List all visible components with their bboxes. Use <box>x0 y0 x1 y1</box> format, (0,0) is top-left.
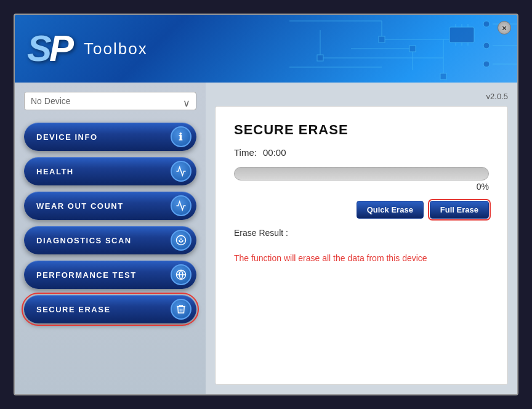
sidebar: No Device DEVICE INFO ℹ HEALTH WEAR OUT … <box>15 83 206 394</box>
app-window: SP Toolbox × No Device DEVICE INFO ℹ HEA… <box>14 14 518 395</box>
logo-s: S <box>27 28 49 69</box>
nav-btn-health-label: HEALTH <box>36 167 74 176</box>
full-erase-button[interactable]: Full Erase <box>430 201 489 219</box>
time-label: Time: <box>234 147 257 158</box>
progress-bar-track <box>234 167 489 180</box>
logo: SP <box>27 30 71 67</box>
progress-percent: 0% <box>234 182 489 192</box>
device-select[interactable]: No Device <box>24 92 196 110</box>
secure-erase-icon <box>171 299 191 320</box>
main-content: v2.0.5 SECURE ERASE Time: 00:00 0% Quick… <box>206 83 517 394</box>
nav-btn-performance-test-label: PERFORMANCE TEST <box>36 270 137 280</box>
health-icon <box>171 161 191 182</box>
diagnostics-icon <box>171 230 191 251</box>
nav-btn-wear-out-count[interactable]: WEAR OUT COUNT <box>24 192 196 220</box>
erase-buttons-row: Quick Erase Full Erase <box>234 201 489 219</box>
toolbox-label: Toolbox <box>84 39 148 59</box>
content-panel: SECURE ERASE Time: 00:00 0% Quick Erase … <box>215 106 508 385</box>
logo-p: P <box>49 28 71 69</box>
time-row: Time: 00:00 <box>234 147 489 158</box>
close-button[interactable]: × <box>498 21 511 34</box>
nav-btn-secure-erase-label: SECURE ERASE <box>36 305 111 314</box>
nav-btn-secure-erase[interactable]: SECURE ERASE <box>24 295 196 323</box>
nav-btn-device-info-label: DEVICE INFO <box>36 132 98 142</box>
performance-icon <box>171 264 191 285</box>
warning-text: The function will erase all the data fro… <box>234 253 489 263</box>
nav-btn-performance-test[interactable]: PERFORMANCE TEST <box>24 261 196 289</box>
version-label: v2.0.5 <box>215 92 508 101</box>
panel-title: SECURE ERASE <box>234 122 489 138</box>
nav-btn-health[interactable]: HEALTH <box>24 157 196 185</box>
nav-btn-diagnostics-scan-label: DIAGNOSTICS SCAN <box>36 236 132 245</box>
device-info-icon: ℹ <box>171 126 191 147</box>
progress-bar-wrapper: 0% <box>234 167 489 192</box>
nav-btn-device-info[interactable]: DEVICE INFO ℹ <box>24 123 196 151</box>
nav-btn-wear-out-count-label: WEAR OUT COUNT <box>36 201 124 211</box>
erase-result: Erase Result : <box>234 228 489 238</box>
device-select-wrapper[interactable]: No Device <box>24 92 196 113</box>
wear-out-icon <box>171 195 191 216</box>
nav-btn-diagnostics-scan[interactable]: DIAGNOSTICS SCAN <box>24 226 196 254</box>
header: SP Toolbox × <box>15 15 517 83</box>
header-content: SP Toolbox <box>15 15 517 83</box>
body: No Device DEVICE INFO ℹ HEALTH WEAR OUT … <box>15 83 517 394</box>
time-value: 00:00 <box>263 147 286 158</box>
quick-erase-button[interactable]: Quick Erase <box>357 201 424 219</box>
